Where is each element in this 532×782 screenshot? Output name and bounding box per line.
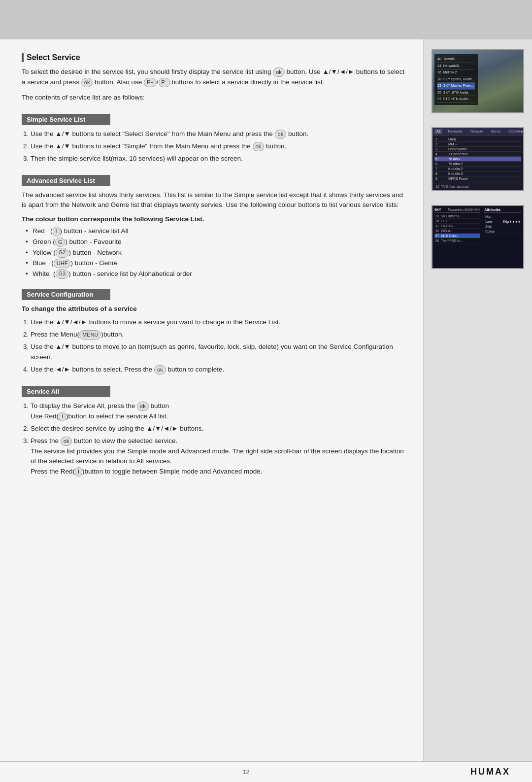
white-btn: G3 xyxy=(56,269,69,279)
ui-overlay-top: 40TravelII 14Network31 16Mellow 2 18SKY … xyxy=(434,54,478,105)
ok-btn-1: ok xyxy=(273,68,285,77)
tab-koshe: KOSHE▶ xyxy=(506,129,524,134)
contents-note: The contents of service list are as foll… xyxy=(22,93,405,103)
config-attr: LaneSkip ● ● ● ● xyxy=(484,219,521,224)
tab-favourite: Favourite xyxy=(446,129,465,134)
ui-row: 25SKY, STG Audia xyxy=(437,90,475,97)
config-row: 33SKY Informa... xyxy=(434,214,480,219)
sl-row: 8Kodalin 3 xyxy=(434,171,521,176)
sl-row: 1Oora xyxy=(434,137,521,142)
ui-row: 40TravelII xyxy=(437,56,475,63)
change-attributes-title: To change the attributes of a service xyxy=(22,304,405,314)
list-item: White (G3) button - service list by Alph… xyxy=(29,269,405,279)
service-config-list: Use the ▲/▼/◄/► buttons to move a servic… xyxy=(31,317,405,375)
list-item: Press the Menu(MENU)button. xyxy=(31,330,405,340)
red-btn: I xyxy=(53,227,60,237)
sl-row: 3Homeworld+ xyxy=(434,147,521,152)
intro-paragraph: To select the desired in the service lis… xyxy=(22,67,405,88)
list-item: Then the simple service list(max. 10 ser… xyxy=(31,154,405,164)
list-item: Use the ▲/▼ buttons to move to an item(s… xyxy=(31,342,405,363)
advanced-intro: The advanced service list shows thirty s… xyxy=(22,190,405,211)
config-row: 58The FRRG4u... xyxy=(434,238,480,243)
right-panel: 40TravelII 14Network31 16Mellow 2 18SKY … xyxy=(424,39,532,761)
config-left: SKY Favourites=BACK+OK 33SKY Informa... … xyxy=(432,206,482,268)
config-right-title: Favourites=BACK+OK xyxy=(448,208,480,211)
config-ui: SKY Favourites=BACK+OK 33SKY Informa... … xyxy=(432,206,523,268)
sl-row: 41 Hannersuil xyxy=(434,152,521,157)
config-attrs-title: Attributes xyxy=(484,208,521,213)
service-all-header: Service All xyxy=(22,386,110,397)
config-attr: Skip xyxy=(484,224,521,229)
content-area: Select Service To select the desired in … xyxy=(0,39,532,761)
page-number: 12 xyxy=(242,768,249,776)
red-btn-3: I xyxy=(75,467,82,476)
green-btn: G xyxy=(55,238,66,247)
screenshot-top: 40TravelII 14Network31 16Mellow 2 18SKY … xyxy=(432,49,524,113)
list-item: To display the Service All, press the ok… xyxy=(31,401,405,422)
list-item: Use the ◄/► buttons to select. Press the… xyxy=(31,365,405,375)
sl-rows: 1Oora 2MM++ 3Homeworld+ 41 Hannersuil 57… xyxy=(432,136,523,183)
ok-btn-6: ok xyxy=(137,402,149,411)
ok-btn-2: ok xyxy=(81,78,93,87)
blue-btn: UHF xyxy=(54,259,71,269)
page-footer: 12 HUMAX xyxy=(0,761,532,782)
config-attr: Hop xyxy=(484,214,521,219)
red-btn-2: I xyxy=(59,412,66,421)
ui-row: 27STG NTN Audio... xyxy=(437,96,475,103)
sl-row: 676 Albu 2 xyxy=(434,162,521,167)
simple-service-list: Use the ▲/▼ buttons to select "Select Se… xyxy=(31,129,405,164)
service-all-list: To display the Service All, press the ok… xyxy=(31,401,405,477)
list-item: Press the ok button to view the selected… xyxy=(31,436,405,477)
sl-row-selected: 576 Alsu... xyxy=(434,157,521,162)
tab-network: Network xyxy=(468,129,485,134)
brand-logo: HUMAX xyxy=(470,767,510,777)
colour-buttons-list: Red ( I ) button - service list All Gree… xyxy=(29,226,405,279)
tab-all: All xyxy=(434,129,442,134)
list-item: Use the ▲/▼ buttons to select "Select Se… xyxy=(31,129,405,139)
config-left-title: SKY xyxy=(434,208,441,211)
ui-row: 18SKY Sports, Hunte... xyxy=(437,76,475,83)
advanced-service-list-header: Advanced Service List xyxy=(22,175,110,186)
sl-tabs: All Favourite Network Genre KOSHE▶ xyxy=(432,128,523,136)
config-row: 56WELA1 xyxy=(434,229,480,234)
list-item: Green (G) button - Favourite xyxy=(29,237,405,247)
service-list-ui: All Favourite Network Genre KOSHE▶ 1Oora… xyxy=(432,128,523,190)
screenshot-bottom: SKY Favourites=BACK+OK 33SKY Informa... … xyxy=(432,205,524,269)
sl-row: 7Kodalin 2 xyxy=(434,167,521,171)
tab-genre: Genre xyxy=(489,129,502,134)
ui-row: 14Network31 xyxy=(437,63,475,70)
simple-service-list-header: Simple Service List xyxy=(22,114,110,125)
list-item: Yellow (G2) button - Network xyxy=(29,247,405,258)
screenshot-top-inner: 40TravelII 14Network31 16Mellow 2 18SKY … xyxy=(432,50,523,112)
colour-button-note: The colour button corresponds the follow… xyxy=(22,215,405,223)
list-item: Use the ▲/▼/◄/► buttons to move a servic… xyxy=(31,317,405,328)
service-configuration-header: Service Configuration xyxy=(22,289,110,300)
config-right: Attributes Hop LaneSkip ● ● ● ● Skip Col… xyxy=(482,206,523,268)
sl-row: 9GPRS Funel xyxy=(434,176,521,181)
ok-btn-3: ok xyxy=(275,130,287,139)
top-gray-bar xyxy=(0,0,532,39)
list-item: Red ( I ) button - service list All xyxy=(29,226,405,237)
config-row: 41FR-RAS xyxy=(434,224,480,229)
section-title: Select Service xyxy=(22,53,405,62)
ui-row: 16Mellow 2 xyxy=(437,69,475,76)
screenshot-middle: All Favourite Network Genre KOSHE▶ 1Oora… xyxy=(432,127,524,191)
config-attr: Colour xyxy=(484,229,521,234)
ok-btn-7: ok xyxy=(61,437,72,446)
config-row: 38FOX xyxy=(434,219,480,224)
left-panel: Select Service To select the desired in … xyxy=(0,39,424,761)
ui-row: 23SKY Movies Prem... xyxy=(437,83,475,90)
pp-btn: P+ xyxy=(144,78,157,87)
sl-footer: 10 TVE Internacional xyxy=(432,183,523,190)
config-row-selected: 578100 Colour xyxy=(434,234,480,238)
menu-btn: MENU xyxy=(79,330,101,340)
yellow-btn: G2 xyxy=(56,248,69,258)
ok-btn-5: ok xyxy=(154,365,166,374)
sl-row: 2MM++ xyxy=(434,142,521,147)
ok-btn-4: ok xyxy=(253,142,265,151)
list-item: Blue (UHF) button - Genre xyxy=(29,258,405,269)
list-item: Select the desired service by using the … xyxy=(31,424,405,434)
page-wrapper: Select Service To select the desired in … xyxy=(0,0,532,782)
list-item: Use the ▲/▼ buttons to select "Simple" f… xyxy=(31,141,405,152)
pm-btn: P- xyxy=(159,78,170,87)
